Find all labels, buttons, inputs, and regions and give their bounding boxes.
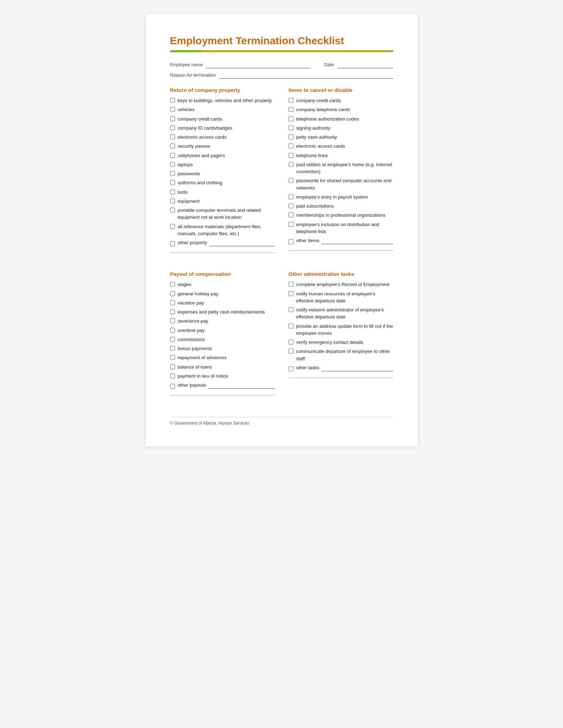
list-item: memberships in professional organization…	[289, 212, 393, 219]
checkbox[interactable]	[170, 125, 175, 130]
list-item-other: other tasks	[289, 364, 393, 371]
checkbox[interactable]	[289, 340, 294, 344]
checkbox[interactable]	[170, 134, 175, 139]
list-item: complete employee's Record of Employment	[289, 281, 393, 288]
checkbox[interactable]	[170, 199, 175, 203]
list-item: overtime pay	[170, 327, 275, 334]
checkbox[interactable]	[170, 328, 175, 333]
checkbox[interactable]	[170, 309, 175, 314]
list-item: security passes	[170, 143, 275, 150]
checkbox[interactable]	[170, 144, 175, 148]
checkbox[interactable]	[289, 178, 294, 183]
list-item: balance of loans	[170, 364, 275, 371]
list-item: vehicles	[170, 106, 275, 113]
checkbox[interactable]	[289, 134, 294, 139]
name-date-row: Employee name Date	[170, 62, 393, 68]
checkbox[interactable]	[170, 98, 175, 103]
list-item: payment in lieu of notice	[170, 373, 275, 380]
admin-tasks-col: Other administrative tasks complete empl…	[289, 271, 393, 403]
list-item: company telephone cards	[289, 106, 393, 113]
list-item: company credit cards	[289, 97, 393, 104]
checkbox[interactable]	[170, 364, 175, 369]
list-item: employee's entry in payroll system	[289, 194, 393, 201]
checkbox[interactable]	[289, 144, 294, 148]
checkbox[interactable]	[289, 116, 294, 121]
list-item: bonus payments	[170, 345, 275, 352]
footer: © Government of Alberta, Human Services	[170, 417, 393, 426]
checkbox[interactable]	[289, 212, 294, 217]
page-title: Employment Termination Checklist	[170, 35, 393, 47]
checkbox[interactable]	[289, 203, 294, 208]
date-input[interactable]	[337, 62, 393, 68]
checkbox[interactable]	[170, 346, 175, 351]
payout-col: Payout of compensation wages general hol…	[170, 271, 275, 403]
checkbox[interactable]	[170, 300, 175, 305]
section-divider	[170, 253, 275, 253]
bottom-two-col: Payout of compensation wages general hol…	[170, 271, 393, 403]
checkbox[interactable]	[170, 107, 175, 112]
checkbox[interactable]	[289, 291, 294, 296]
list-item: expenses and petty cash reimbursements	[170, 309, 275, 316]
list-item: telephone lines	[289, 152, 393, 159]
date-field: Date	[324, 62, 393, 68]
checkbox[interactable]	[170, 291, 175, 296]
checkbox[interactable]	[289, 98, 294, 103]
list-item: general holiday pay	[170, 291, 275, 297]
checkbox[interactable]	[289, 324, 294, 328]
list-item: vacation pay	[170, 300, 275, 307]
checkbox[interactable]	[289, 307, 294, 312]
checkbox[interactable]	[170, 116, 175, 121]
form-fields: Employee name Date Reason for terminatio…	[170, 62, 393, 79]
checkbox[interactable]	[170, 189, 175, 194]
reason-row: Reason for termination	[170, 72, 393, 79]
list-item: passwords	[170, 170, 275, 177]
reason-input[interactable]	[219, 72, 393, 79]
list-item-other: other payouts	[170, 382, 275, 389]
checkbox[interactable]	[170, 153, 175, 158]
top-two-col: Return of company property keys to build…	[170, 87, 393, 261]
checkbox[interactable]	[170, 180, 175, 185]
list-item: employee's inclusion on distribution and…	[289, 221, 393, 235]
list-item: company ID cards/badges	[170, 125, 275, 132]
checkbox[interactable]	[170, 241, 175, 246]
date-label: Date	[324, 62, 334, 68]
list-item: company credit cards	[170, 116, 275, 123]
checkbox[interactable]	[289, 239, 294, 244]
checkbox[interactable]	[289, 349, 294, 354]
checkbox[interactable]	[170, 162, 175, 167]
list-item: passwords for shared computer accounts a…	[289, 177, 393, 192]
checkbox[interactable]	[289, 194, 294, 199]
checkbox[interactable]	[170, 318, 175, 323]
checkbox[interactable]	[289, 153, 294, 158]
checkbox[interactable]	[289, 222, 294, 227]
list-item: severance pay	[170, 318, 275, 325]
checkbox[interactable]	[170, 171, 175, 176]
checkbox[interactable]	[170, 384, 175, 389]
checkbox[interactable]	[170, 224, 175, 229]
footer-text: © Government of Alberta, Human Services	[170, 421, 249, 426]
list-item: tools	[170, 189, 275, 196]
section-divider	[289, 378, 393, 378]
checkbox[interactable]	[289, 162, 294, 167]
list-item: paid subscriptions	[289, 203, 393, 210]
list-item: communicate departure of employee to oth…	[289, 348, 393, 362]
list-item: electronic access cards	[170, 134, 275, 141]
return-property-title: Return of company property	[170, 87, 275, 93]
list-item: portable computer terminals and related …	[170, 207, 275, 221]
employee-name-field: Employee name	[170, 62, 311, 68]
reason-label: Reason for termination	[170, 72, 216, 79]
checkbox[interactable]	[170, 282, 175, 287]
checkbox[interactable]	[170, 355, 175, 360]
checkbox[interactable]	[289, 366, 294, 371]
page-container: Employment Termination Checklist Employe…	[146, 14, 418, 447]
cancel-disable-col: Items to cancel or disable company credi…	[289, 87, 393, 261]
checkbox[interactable]	[289, 282, 294, 287]
checkbox[interactable]	[170, 373, 175, 378]
checkbox[interactable]	[170, 208, 175, 212]
list-item: wages	[170, 281, 275, 288]
checkbox[interactable]	[289, 107, 294, 112]
checkbox[interactable]	[289, 125, 294, 130]
list-item: equipment	[170, 198, 275, 205]
employee-name-input[interactable]	[206, 62, 310, 68]
checkbox[interactable]	[170, 337, 175, 342]
